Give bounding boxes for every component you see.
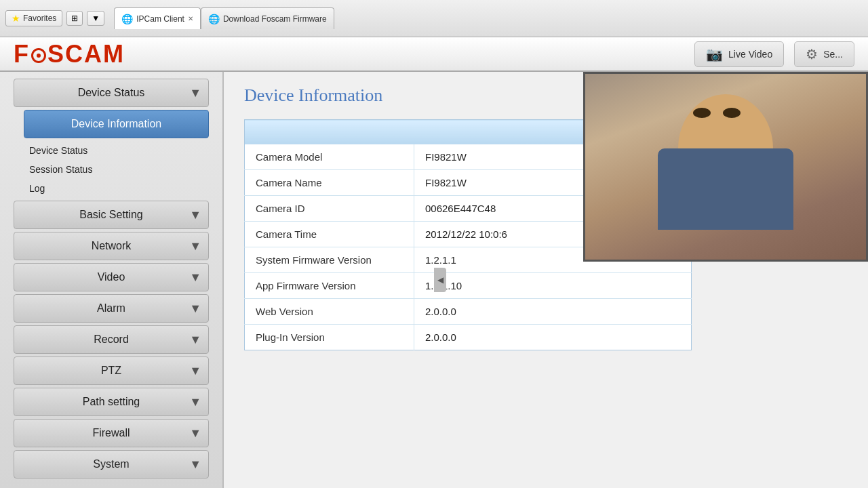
gear-icon: ⚙ xyxy=(806,46,818,62)
dropdown-button[interactable]: ▼ xyxy=(87,11,104,26)
tab-ipcam[interactable]: 🌐 IPCam Client ✕ xyxy=(114,7,201,29)
favorites-button[interactable]: ★ Favorites xyxy=(5,10,62,26)
alarm-menu[interactable]: Alarm ▼ xyxy=(14,294,209,323)
tab1-close-icon[interactable]: ✕ xyxy=(188,15,193,22)
path-setting-menu[interactable]: Path setting ▼ xyxy=(14,388,209,416)
basic-setting-menu[interactable]: Basic Setting ▼ xyxy=(14,201,209,229)
webcam-overlay xyxy=(583,72,868,262)
record-label: Record xyxy=(94,333,129,346)
main-content: ◀ Device Information Camera ModelFI9821W… xyxy=(224,72,868,488)
session-status-item[interactable]: Session Status xyxy=(24,160,209,179)
network-label: Network xyxy=(92,240,132,252)
row-value: 2.0.0.0 xyxy=(414,324,692,350)
row-label: Web Version xyxy=(245,298,414,324)
chevron-down-icon7: ▼ xyxy=(189,364,201,378)
ptz-label: PTZ xyxy=(101,365,121,377)
device-information-label: Device Information xyxy=(71,118,161,130)
device-status-label: Device Status xyxy=(78,87,145,99)
firewall-menu[interactable]: Firewall ▼ xyxy=(14,419,209,447)
chevron-down-icon6: ▼ xyxy=(189,333,201,347)
device-information-item[interactable]: Device Information xyxy=(24,110,209,138)
sidebar: Device Status ▼ Device Information Devic… xyxy=(0,72,224,488)
body: Device Status ▼ Device Information Devic… xyxy=(0,72,868,488)
device-status-menu[interactable]: Device Status ▼ xyxy=(14,79,209,107)
chevron-down-icon5: ▼ xyxy=(189,302,201,316)
webcam-feed xyxy=(585,74,866,260)
table-row: Plug-In Version2.0.0.0 xyxy=(245,324,692,350)
chevron-down-icon9: ▼ xyxy=(189,426,201,441)
collapse-arrow-icon: ◀ xyxy=(437,275,443,285)
row-label: Camera ID xyxy=(245,195,414,221)
chevron-down-icon: ▼ xyxy=(189,86,201,100)
tab-firmware[interactable]: 🌐 Download Foscam Firmware xyxy=(201,7,334,29)
path-setting-label: Path setting xyxy=(83,396,140,408)
settings-label: Se... xyxy=(823,49,843,60)
system-label: System xyxy=(93,458,129,470)
chevron-down-icon4: ▼ xyxy=(189,270,201,285)
chevron-down-icon8: ▼ xyxy=(189,395,201,409)
firewall-label: Firewall xyxy=(92,427,130,439)
browser-chrome: ★ Favorites ⊞ ▼ 🌐 IPCam Client ✕ 🌐 Downl… xyxy=(0,0,868,37)
logo: FSCAM xyxy=(14,40,125,68)
app-container: FSCAM 📷 Live Video ⚙ Se... Device Status… xyxy=(0,37,868,488)
log-item[interactable]: Log xyxy=(24,179,209,198)
record-menu[interactable]: Record ▼ xyxy=(14,325,209,354)
nav-buttons: 📷 Live Video ⚙ Se... xyxy=(694,41,854,67)
alarm-label: Alarm xyxy=(97,302,125,314)
device-status-sub-item[interactable]: Device Status xyxy=(24,141,209,160)
basic-setting-label: Basic Setting xyxy=(79,209,142,221)
tab2-label: Download Foscam Firmware xyxy=(223,14,327,24)
tabs-bar: 🌐 IPCam Client ✕ 🌐 Download Foscam Firmw… xyxy=(114,7,334,29)
ptz-menu[interactable]: PTZ ▼ xyxy=(14,357,209,385)
star-icon: ★ xyxy=(12,13,20,24)
chevron-down-icon2: ▼ xyxy=(189,208,201,222)
chevron-down-icon10: ▼ xyxy=(189,458,201,472)
grid-button[interactable]: ⊞ xyxy=(66,11,83,26)
live-video-button[interactable]: 📷 Live Video xyxy=(694,41,784,67)
favorites-label: Favorites xyxy=(23,14,56,23)
row-label: App Firmware Version xyxy=(245,272,414,298)
row-value: 1.1.1.10 xyxy=(414,272,692,298)
video-label: Video xyxy=(98,271,125,283)
tab1-label: IPCam Client xyxy=(136,14,184,24)
video-menu[interactable]: Video ▼ xyxy=(14,263,209,291)
device-status-submenu: Device Information Device Status Session… xyxy=(14,110,209,198)
network-menu[interactable]: Network ▼ xyxy=(14,232,209,260)
chevron-down-icon3: ▼ xyxy=(189,239,201,253)
row-label: System Firmware Version xyxy=(245,247,414,272)
row-label: Camera Name xyxy=(245,169,414,195)
table-row: App Firmware Version1.1.1.10 xyxy=(245,272,692,298)
header: FSCAM 📷 Live Video ⚙ Se... xyxy=(0,37,868,72)
system-menu[interactable]: System ▼ xyxy=(14,450,209,479)
camera-icon: 📷 xyxy=(706,46,723,62)
row-value: 2.0.0.0 xyxy=(414,298,692,324)
row-label: Plug-In Version xyxy=(245,324,414,350)
row-label: Camera Time xyxy=(245,221,414,247)
ie-icon2: 🌐 xyxy=(208,14,220,24)
row-label: Camera Model xyxy=(245,144,414,170)
live-video-label: Live Video xyxy=(728,49,772,60)
sidebar-collapse-button[interactable]: ◀ xyxy=(434,268,446,292)
ie-icon: 🌐 xyxy=(121,14,133,24)
table-row: Web Version2.0.0.0 xyxy=(245,298,692,324)
settings-button[interactable]: ⚙ Se... xyxy=(794,41,854,67)
